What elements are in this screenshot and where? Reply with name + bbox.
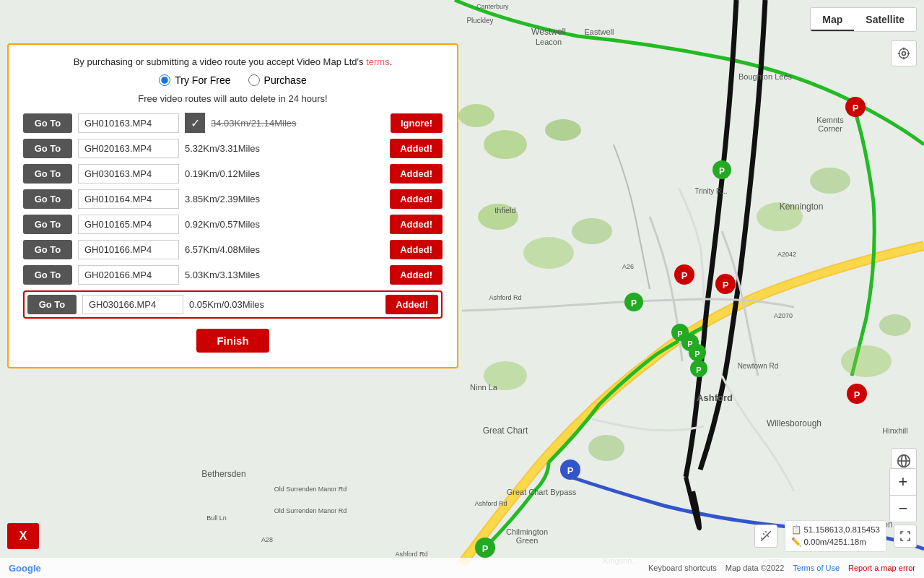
svg-point-4 [572, 218, 612, 244]
svg-point-9 [810, 168, 850, 194]
bottom-controls: 📋 51.158613,0.815453 ✏️ 0.00m/4251.18m [754, 520, 917, 553]
svg-text:Bethersden: Bethersden [201, 469, 245, 479]
svg-text:P: P [681, 270, 688, 281]
report-error-link[interactable]: Report a map error [848, 564, 915, 572]
goto-button-7[interactable]: Go To [23, 265, 72, 285]
coords-value: 📋 51.158613,0.815453 [791, 524, 880, 536]
goto-button-3[interactable]: Go To [23, 164, 72, 184]
close-x-button[interactable]: X [7, 523, 39, 549]
action-button-8[interactable]: Added! [385, 295, 438, 314]
svg-text:P: P [482, 543, 489, 554]
svg-point-79 [899, 48, 908, 58]
goto-button-6[interactable]: Go To [23, 240, 72, 259]
filename-input-6 [78, 240, 179, 259]
svg-point-2 [545, 119, 581, 141]
coordinates-display: 📋 51.158613,0.815453 ✏️ 0.00m/4251.18m [785, 520, 886, 553]
route-row-2: Go To5.32Km/3.31MilesAdded! [23, 139, 443, 158]
route-row-8: Go To0.05Km/0.03MilesAdded! [23, 290, 443, 319]
try-free-option[interactable]: Try For Free [159, 74, 230, 86]
svg-text:P: P [854, 389, 860, 400]
svg-text:Bull Ln: Bull Ln [206, 514, 227, 522]
filename-input-1 [78, 113, 179, 133]
svg-point-11 [879, 314, 911, 336]
fullscreen-button[interactable] [894, 525, 917, 548]
distance-5: 0.92Km/0.57Miles [185, 219, 384, 230]
filename-input-8 [82, 295, 183, 314]
distance-3: 0.19Km/0.12Miles [185, 168, 384, 179]
distance-1: 34.03Km/21.14Miles [211, 118, 385, 129]
svg-point-10 [841, 345, 892, 377]
svg-text:A28: A28 [261, 536, 273, 543]
finish-button[interactable]: Finish [196, 329, 269, 353]
action-button-5[interactable]: Added! [390, 215, 443, 234]
svg-text:Trinity R...: Trinity R... [694, 187, 727, 195]
action-button-4[interactable]: Added! [390, 189, 443, 209]
svg-text:Eastwell: Eastwell [585, 27, 614, 36]
svg-text:P: P [723, 280, 729, 290]
svg-text:Great Chart Bypass: Great Chart Bypass [507, 488, 577, 496]
svg-point-12 [458, 104, 494, 127]
svg-text:thfield: thfield [494, 206, 515, 215]
route-row-5: Go To0.92Km/0.57MilesAdded! [23, 215, 443, 234]
svg-text:A2070: A2070 [774, 312, 793, 319]
zoom-controls: + − [889, 468, 917, 522]
routes-list: Go To✓34.03Km/21.14MilesIgnore!Go To5.32… [23, 113, 443, 319]
terms-link[interactable]: terms [366, 56, 390, 67]
purchase-radio[interactable] [248, 74, 260, 86]
svg-text:Great Chart: Great Chart [483, 426, 528, 436]
zoom-in-button[interactable]: + [890, 469, 916, 495]
svg-text:Kemnts: Kemnts [816, 116, 844, 124]
google-logo: Google [9, 563, 41, 574]
action-button-3[interactable]: Added! [390, 164, 443, 184]
svg-text:Newtown Rd: Newtown Rd [738, 362, 779, 370]
terms-of-use-link[interactable]: Terms of Use [793, 564, 840, 572]
filename-input-2 [78, 139, 179, 158]
action-button-2[interactable]: Added! [390, 139, 443, 158]
distance-2: 5.32Km/3.31Miles [185, 143, 384, 154]
route-row-1: Go To✓34.03Km/21.14MilesIgnore! [23, 113, 443, 133]
filename-input-3 [78, 164, 179, 184]
route-row-3: Go To0.19Km/0.12MilesAdded! [23, 164, 443, 184]
svg-text:Pluckley: Pluckley [466, 17, 493, 25]
svg-text:Old Surrenden Manor Rd: Old Surrenden Manor Rd [274, 507, 347, 514]
locate-button[interactable] [891, 40, 917, 66]
svg-text:Westwell: Westwell [531, 27, 566, 37]
keyboard-shortcuts[interactable]: Keyboard shortcuts [648, 564, 717, 572]
svg-text:Old Surrenden Manor Rd: Old Surrenden Manor Rd [274, 486, 347, 493]
measure-button[interactable] [754, 525, 777, 548]
zoom-out-button[interactable]: − [890, 496, 916, 522]
distance-4: 3.85Km/2.39Miles [185, 194, 384, 204]
svg-text:Boughton Lees: Boughton Lees [738, 72, 793, 81]
svg-text:P: P [567, 465, 574, 476]
action-button-7[interactable]: Added! [390, 265, 443, 285]
map-type-controls: Map Satellite [810, 7, 917, 32]
svg-point-78 [902, 52, 906, 56]
goto-button-8[interactable]: Go To [27, 295, 77, 314]
try-free-radio[interactable] [159, 74, 170, 86]
map-attribution: Map data ©2022 [725, 564, 785, 572]
terms-text: By purchasing or submitting a video rout… [23, 56, 443, 67]
action-button-1[interactable]: Ignore! [391, 113, 443, 133]
svg-text:P: P [677, 329, 682, 338]
distance-7: 5.03Km/3.13Miles [185, 269, 384, 280]
svg-text:P: P [853, 103, 859, 113]
svg-text:Kennington: Kennington [780, 202, 824, 212]
checkmark-1: ✓ [185, 113, 205, 133]
goto-button-4[interactable]: Go To [23, 189, 72, 209]
route-row-7: Go To5.03Km/3.13MilesAdded! [23, 265, 443, 285]
svg-text:Ashford Rd: Ashford Rd [395, 551, 427, 558]
route-row-4: Go To3.85Km/2.39MilesAdded! [23, 189, 443, 209]
svg-text:A26: A26 [622, 263, 634, 270]
svg-point-3 [523, 237, 574, 269]
goto-button-1[interactable]: Go To [23, 113, 72, 133]
purchase-option[interactable]: Purchase [248, 74, 307, 86]
goto-button-5[interactable]: Go To [23, 215, 72, 234]
svg-point-6 [588, 435, 624, 461]
map-type-satellite-button[interactable]: Satellite [854, 8, 916, 31]
distance-value: ✏️ 0.00m/4251.18m [791, 536, 880, 548]
map-type-map-button[interactable]: Map [811, 8, 854, 31]
action-button-6[interactable]: Added! [390, 240, 443, 259]
distance-6: 6.57Km/4.08Miles [185, 244, 384, 255]
svg-text:Chilmington: Chilmington [506, 527, 548, 536]
goto-button-2[interactable]: Go To [23, 139, 72, 158]
